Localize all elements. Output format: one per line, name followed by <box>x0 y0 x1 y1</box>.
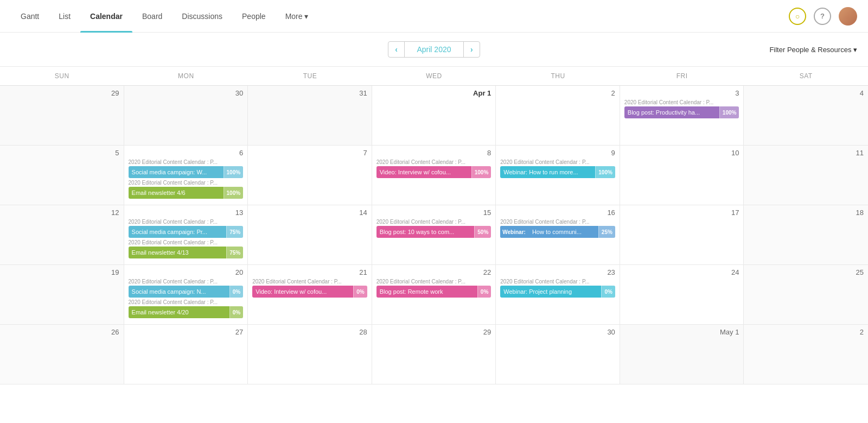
tab-gantt[interactable]: Gantt <box>11 0 49 33</box>
day-number: 5 <box>4 149 119 157</box>
calendar-cell-w4d4[interactable]: 30 <box>496 325 620 384</box>
event-bar[interactable]: Social media campaign: N...0% <box>129 286 244 298</box>
day-number: 29 <box>4 89 119 97</box>
calendar-cell-w2d5[interactable]: 17 <box>620 205 744 265</box>
event-project-label: 2020 Editorial Content Calendar : P... <box>129 279 244 285</box>
calendar-cell-w2d3[interactable]: 152020 Editorial Content Calendar : P...… <box>372 205 496 265</box>
calendar-cell-w4d6[interactable]: 2 <box>744 325 868 384</box>
calendar-cell-w1d5[interactable]: 10 <box>620 146 744 205</box>
calendar-cell-w2d1[interactable]: 132020 Editorial Content Calendar : P...… <box>124 205 248 265</box>
calendar-cell-w4d0[interactable]: 26 <box>0 325 124 384</box>
event-bar-title: Webinar: How to run more... <box>500 169 595 175</box>
clock-icon: ○ <box>795 12 800 21</box>
event-project-label: 2020 Editorial Content Calendar : P... <box>376 159 492 165</box>
event-bar[interactable]: Email newsletter 4/200% <box>129 306 244 318</box>
tab-list[interactable]: List <box>49 0 80 33</box>
calendar-cell-w4d3[interactable]: 29 <box>372 325 496 384</box>
calendar-cell-w1d2[interactable]: 7 <box>248 146 372 205</box>
event-project-label: 2020 Editorial Content Calendar : P... <box>129 180 244 186</box>
calendar-cell-w1d4[interactable]: 92020 Editorial Content Calendar : P...W… <box>496 146 620 205</box>
calendar-cell-w0d5[interactable]: 32020 Editorial Content Calendar : P...B… <box>620 86 744 146</box>
calendar-cell-w0d3[interactable]: Apr 1 <box>372 86 496 146</box>
tab-people[interactable]: People <box>232 0 276 33</box>
calendar-cell-w1d0[interactable]: 5 <box>0 146 124 205</box>
event-bar[interactable]: Webinar:How to communi...25% <box>500 226 615 238</box>
event-bar[interactable]: Blog post: 10 ways to com...50% <box>376 226 492 238</box>
event-bar[interactable]: Blog post: Productivity ha...100% <box>624 106 739 118</box>
event-bar-title: How to communi... <box>529 229 598 235</box>
day-number: 28 <box>252 328 367 336</box>
event-project-label: 2020 Editorial Content Calendar : P... <box>624 99 739 105</box>
event-bar-title: Social media campaign: Pr... <box>129 229 227 235</box>
next-month-button[interactable]: › <box>464 42 480 57</box>
tab-discussions[interactable]: Discussions <box>172 0 232 33</box>
calendar-cell-w3d0[interactable]: 19 <box>0 265 124 325</box>
day-number: 18 <box>748 209 864 217</box>
event-bar[interactable]: Social media campaign: Pr...75% <box>129 226 244 238</box>
event-bar-title: Email newsletter 4/20 <box>129 309 229 315</box>
calendar-cell-w4d1[interactable]: 27 <box>124 325 248 384</box>
calendar-cell-w4d2[interactable]: 28 <box>248 325 372 384</box>
event-project-label: 2020 Editorial Content Calendar : P... <box>129 219 244 225</box>
calendar-cell-w0d0[interactable]: 29 <box>0 86 124 146</box>
day-number: 16 <box>500 209 615 217</box>
day-header-sat: Sat <box>744 67 868 85</box>
user-avatar[interactable] <box>839 7 857 26</box>
calendar-cell-w2d2[interactable]: 14 <box>248 205 372 265</box>
event-bar-percent: 25% <box>598 226 615 238</box>
day-number: 2 <box>500 89 615 97</box>
calendar-cell-w3d4[interactable]: 232020 Editorial Content Calendar : P...… <box>496 265 620 325</box>
day-number: 30 <box>500 328 615 336</box>
month-label: April 2020 <box>404 42 464 57</box>
help-icon-button[interactable]: ? <box>814 8 831 25</box>
event-bar-title: Blog post: 10 ways to com... <box>376 229 475 235</box>
calendar-cell-w3d2[interactable]: 212020 Editorial Content Calendar : P...… <box>248 265 372 325</box>
event-bar[interactable]: Webinar: Project planning0% <box>500 286 615 298</box>
calendar-cell-w0d1[interactable]: 30 <box>124 86 248 146</box>
day-number: 24 <box>624 268 739 276</box>
event-bar[interactable]: Social media campaign: W...100% <box>129 166 244 178</box>
calendar-cell-w1d6[interactable]: 11 <box>744 146 868 205</box>
day-header-thu: Thu <box>496 67 620 85</box>
calendar-cell-w1d1[interactable]: 62020 Editorial Content Calendar : P...S… <box>124 146 248 205</box>
tab-board[interactable]: Board <box>132 0 172 33</box>
event-bar[interactable]: Video: Interview w/ cofou...100% <box>376 166 492 178</box>
day-number: 30 <box>129 89 244 97</box>
clock-icon-button[interactable]: ○ <box>789 8 806 25</box>
day-number: 22 <box>376 268 492 276</box>
day-number: 11 <box>748 149 864 157</box>
prev-month-button[interactable]: ‹ <box>388 42 404 57</box>
event-bar[interactable]: Blog post: Remote work0% <box>376 286 492 298</box>
calendar-cell-w2d6[interactable]: 18 <box>744 205 868 265</box>
event-bar-percent: 100% <box>719 106 739 118</box>
nav-tabs: Gantt List Calendar Board Discussions Pe… <box>11 0 318 33</box>
event-bar-title: Social media campaign: W... <box>129 169 224 175</box>
event-bar-percent: 100% <box>224 166 244 178</box>
calendar-cell-w0d4[interactable]: 2 <box>496 86 620 146</box>
event-bar-percent: 100% <box>224 187 244 199</box>
calendar-cell-w3d6[interactable]: 25 <box>744 265 868 325</box>
calendar-cell-w2d4[interactable]: 162020 Editorial Content Calendar : P...… <box>496 205 620 265</box>
calendar-cell-w2d0[interactable]: 12 <box>0 205 124 265</box>
event-bar[interactable]: Webinar: How to run more...100% <box>500 166 615 178</box>
event-bar[interactable]: Email newsletter 4/6100% <box>129 187 244 199</box>
event-bar-title: Email newsletter 4/6 <box>129 190 224 196</box>
filter-people-resources-button[interactable]: Filter People & Resources ▾ <box>769 46 857 54</box>
calendar-cell-w3d1[interactable]: 202020 Editorial Content Calendar : P...… <box>124 265 248 325</box>
event-project-label: 2020 Editorial Content Calendar : P... <box>252 279 367 285</box>
calendar-cell-w0d6[interactable]: 4 <box>744 86 868 146</box>
event-project-label: 2020 Editorial Content Calendar : P... <box>500 159 615 165</box>
calendar-header: ‹ April 2020 › Filter People & Resources… <box>0 33 868 67</box>
event-bar[interactable]: Email newsletter 4/1375% <box>129 247 244 258</box>
event-bar[interactable]: Video: Interview w/ cofou...0% <box>252 286 367 298</box>
day-number: 19 <box>4 268 119 276</box>
day-number: 2 <box>748 328 864 336</box>
calendar-cell-w4d5[interactable]: May 1 <box>620 325 744 384</box>
tab-calendar[interactable]: Calendar <box>80 0 132 33</box>
tab-more[interactable]: More ▾ <box>276 0 318 33</box>
calendar-cell-w3d5[interactable]: 24 <box>620 265 744 325</box>
calendar-cell-w3d3[interactable]: 222020 Editorial Content Calendar : P...… <box>372 265 496 325</box>
calendar-cell-w0d2[interactable]: 31 <box>248 86 372 146</box>
day-number: 9 <box>500 149 615 157</box>
calendar-cell-w1d3[interactable]: 82020 Editorial Content Calendar : P...V… <box>372 146 496 205</box>
